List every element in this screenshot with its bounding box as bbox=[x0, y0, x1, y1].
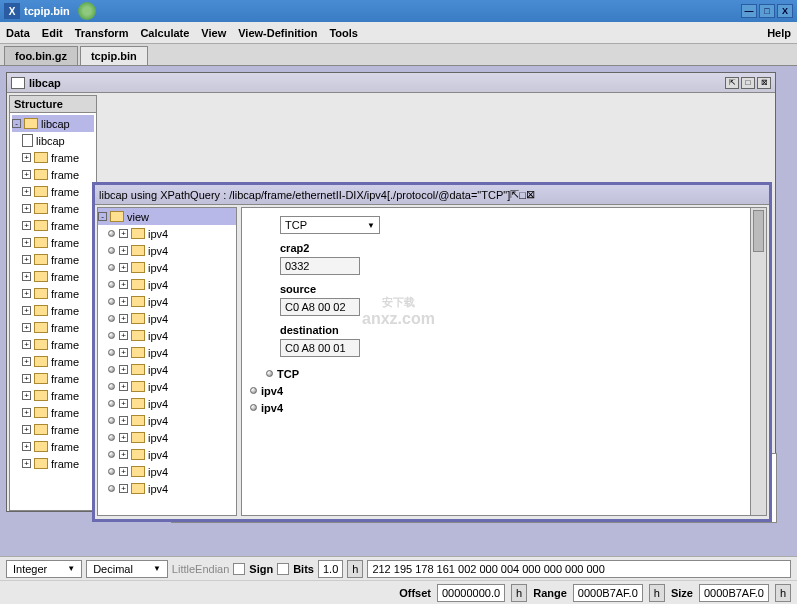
expand-toggle[interactable]: + bbox=[119, 263, 128, 272]
format-combo[interactable]: Decimal ▼ bbox=[86, 560, 168, 578]
expand-toggle[interactable]: + bbox=[119, 433, 128, 442]
xpath-tree-ipv4-row[interactable]: +ipv4 bbox=[98, 395, 236, 412]
expand-toggle[interactable]: + bbox=[119, 399, 128, 408]
tree-frame-row[interactable]: +frame bbox=[12, 438, 94, 455]
tree-frame-row[interactable]: +frame bbox=[12, 336, 94, 353]
minimize-button[interactable]: — bbox=[741, 4, 757, 18]
range-input[interactable]: 0000B7AF.0 bbox=[573, 584, 643, 602]
iconify-button[interactable]: ⇱ bbox=[725, 77, 739, 89]
expand-toggle[interactable]: + bbox=[22, 187, 31, 196]
xpath-tree-ipv4-row[interactable]: +ipv4 bbox=[98, 344, 236, 361]
tree-frame-row[interactable]: +frame bbox=[12, 353, 94, 370]
close-button[interactable]: X bbox=[777, 4, 793, 18]
expand-toggle[interactable]: + bbox=[119, 297, 128, 306]
expand-toggle[interactable]: + bbox=[119, 365, 128, 374]
expand-toggle[interactable]: + bbox=[119, 416, 128, 425]
expand-toggle[interactable]: + bbox=[119, 314, 128, 323]
expand-toggle[interactable]: + bbox=[119, 467, 128, 476]
offset-input[interactable]: 00000000.0 bbox=[437, 584, 505, 602]
expand-toggle[interactable]: + bbox=[22, 221, 31, 230]
tree-frame-row[interactable]: +frame bbox=[12, 455, 94, 472]
menu-view-definition[interactable]: View-Definition bbox=[238, 27, 317, 39]
libcap-titlebar[interactable]: libcap ⇱ □ ⊠ bbox=[7, 73, 775, 93]
expand-toggle[interactable]: + bbox=[119, 246, 128, 255]
xpath-tree-ipv4-row[interactable]: +ipv4 bbox=[98, 378, 236, 395]
menu-view[interactable]: View bbox=[201, 27, 226, 39]
tree-frame-row[interactable]: +frame bbox=[12, 166, 94, 183]
xpath-node-ipv4-a[interactable]: ipv4 bbox=[250, 382, 758, 399]
menu-transform[interactable]: Transform bbox=[75, 27, 129, 39]
tree-frame-row[interactable]: +frame bbox=[12, 268, 94, 285]
tree-root-libcap[interactable]: - libcap bbox=[12, 115, 94, 132]
source-value[interactable]: C0 A8 00 02 bbox=[280, 298, 360, 316]
xpath-tree-ipv4-row[interactable]: +ipv4 bbox=[98, 225, 236, 242]
expand-toggle[interactable]: + bbox=[22, 255, 31, 264]
xpath-tree-ipv4-row[interactable]: +ipv4 bbox=[98, 310, 236, 327]
tree-frame-row[interactable]: +frame bbox=[12, 200, 94, 217]
tab-foo[interactable]: foo.bin.gz bbox=[4, 46, 78, 65]
expand-toggle[interactable]: + bbox=[22, 306, 31, 315]
expand-toggle[interactable]: + bbox=[22, 289, 31, 298]
expand-toggle[interactable]: - bbox=[12, 119, 21, 128]
tree-frame-row[interactable]: +frame bbox=[12, 183, 94, 200]
expand-toggle[interactable]: + bbox=[119, 484, 128, 493]
tree-frame-row[interactable]: +frame bbox=[12, 319, 94, 336]
tree-frame-row[interactable]: +frame bbox=[12, 370, 94, 387]
tree-frame-row[interactable]: +frame bbox=[12, 149, 94, 166]
tree-doc-libcap[interactable]: libcap bbox=[12, 132, 94, 149]
expand-toggle[interactable]: + bbox=[119, 382, 128, 391]
max-button[interactable]: □ bbox=[741, 77, 755, 89]
iconify-button[interactable]: ⇱ bbox=[510, 188, 519, 201]
tab-tcpip[interactable]: tcpip.bin bbox=[80, 46, 148, 65]
expand-toggle[interactable]: + bbox=[22, 357, 31, 366]
menu-help[interactable]: Help bbox=[767, 27, 791, 39]
max-button[interactable]: □ bbox=[519, 189, 526, 201]
tree-frame-row[interactable]: +frame bbox=[12, 285, 94, 302]
expand-toggle[interactable]: + bbox=[22, 442, 31, 451]
xpath-tree-ipv4-row[interactable]: +ipv4 bbox=[98, 361, 236, 378]
xpath-tree-root[interactable]: - view bbox=[98, 208, 236, 225]
vertical-scrollbar[interactable] bbox=[750, 208, 766, 515]
expand-toggle[interactable]: + bbox=[22, 272, 31, 281]
maximize-button[interactable]: □ bbox=[759, 4, 775, 18]
expand-toggle[interactable]: + bbox=[119, 229, 128, 238]
tree-frame-row[interactable]: +frame bbox=[12, 251, 94, 268]
close-inner-button[interactable]: ⊠ bbox=[757, 77, 771, 89]
xpath-tree-ipv4-row[interactable]: +ipv4 bbox=[98, 429, 236, 446]
expand-toggle[interactable]: + bbox=[22, 153, 31, 162]
xpath-titlebar[interactable]: libcap using XPathQuery : /libcap/frame/… bbox=[95, 185, 769, 205]
bits-input[interactable]: 1.0 bbox=[318, 560, 343, 578]
expand-toggle[interactable]: + bbox=[22, 425, 31, 434]
protocol-dropdown[interactable]: TCP ▼ bbox=[280, 216, 380, 234]
endian-checkbox[interactable] bbox=[233, 563, 245, 575]
menu-edit[interactable]: Edit bbox=[42, 27, 63, 39]
xpath-tree-ipv4-row[interactable]: +ipv4 bbox=[98, 480, 236, 497]
expand-toggle[interactable]: + bbox=[119, 348, 128, 357]
expand-toggle[interactable]: - bbox=[98, 212, 107, 221]
type-combo[interactable]: Integer ▼ bbox=[6, 560, 82, 578]
xpath-tree-ipv4-row[interactable]: +ipv4 bbox=[98, 293, 236, 310]
expand-toggle[interactable]: + bbox=[119, 450, 128, 459]
xpath-tree-ipv4-row[interactable]: +ipv4 bbox=[98, 259, 236, 276]
expand-toggle[interactable]: + bbox=[22, 374, 31, 383]
size-input[interactable]: 0000B7AF.0 bbox=[699, 584, 769, 602]
xpath-tree-ipv4-row[interactable]: +ipv4 bbox=[98, 412, 236, 429]
tree-frame-row[interactable]: +frame bbox=[12, 404, 94, 421]
xpath-tree-ipv4-row[interactable]: +ipv4 bbox=[98, 276, 236, 293]
tree-frame-row[interactable]: +frame bbox=[12, 217, 94, 234]
tree-frame-row[interactable]: +frame bbox=[12, 387, 94, 404]
menu-calculate[interactable]: Calculate bbox=[140, 27, 189, 39]
expand-toggle[interactable]: + bbox=[22, 238, 31, 247]
menu-tools[interactable]: Tools bbox=[329, 27, 358, 39]
close-inner-button[interactable]: ⊠ bbox=[526, 188, 535, 201]
menu-data[interactable]: Data bbox=[6, 27, 30, 39]
expand-toggle[interactable]: + bbox=[22, 340, 31, 349]
xpath-tree-ipv4-row[interactable]: +ipv4 bbox=[98, 446, 236, 463]
destination-value[interactable]: C0 A8 00 01 bbox=[280, 339, 360, 357]
expand-toggle[interactable]: + bbox=[22, 459, 31, 468]
xpath-tree-ipv4-row[interactable]: +ipv4 bbox=[98, 327, 236, 344]
tree-frame-row[interactable]: +frame bbox=[12, 234, 94, 251]
xpath-tree-ipv4-row[interactable]: +ipv4 bbox=[98, 242, 236, 259]
xpath-node-ipv4-b[interactable]: ipv4 bbox=[250, 399, 758, 416]
tree-frame-row[interactable]: +frame bbox=[12, 421, 94, 438]
